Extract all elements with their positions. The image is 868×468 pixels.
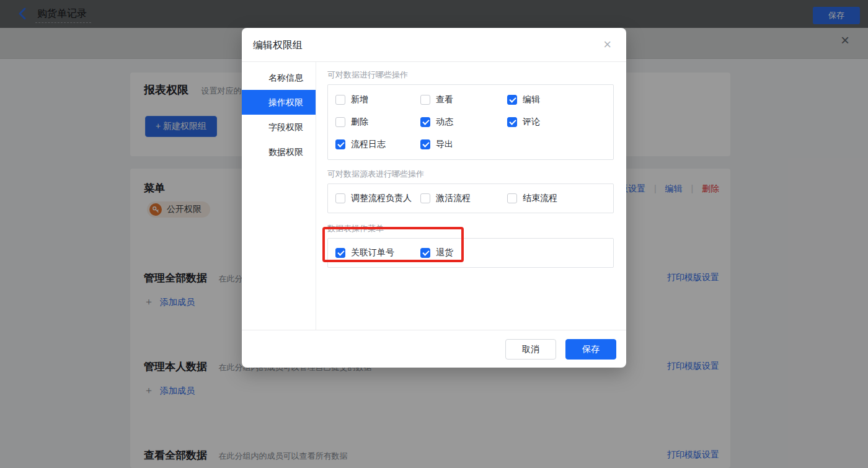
checkbox-activate-flow[interactable]: 激活流程 (420, 190, 507, 206)
data-operations-group: 新增 查看 编辑 删除 动态 评论 流程日志 导出 (327, 84, 614, 160)
datasource-operations-group: 调整流程负责人 激活流程 结束流程 (327, 183, 614, 213)
edit-permission-group-dialog: 编辑权限组 × 名称信息 操作权限 字段权限 数据权限 可对数据进行哪些操作 新… (242, 28, 626, 368)
tab-field-permission[interactable]: 字段权限 (242, 115, 316, 139)
checkbox-label: 关联订单号 (351, 247, 394, 258)
table-menu-group: 关联订单号 退货 (327, 238, 614, 268)
checkbox-box (507, 193, 517, 203)
screen: 购货单记录 保存 × 报表权限 设置对应的「报表」权限 + 新建权限组 菜单 打… (0, 0, 868, 468)
cancel-button[interactable]: 取消 (505, 339, 556, 360)
checkbox-label: 结束流程 (523, 193, 557, 204)
checkbox-box (335, 139, 345, 149)
checkbox-label: 流程日志 (351, 139, 386, 150)
checkbox-label: 退货 (436, 247, 453, 258)
checkbox-label: 编辑 (523, 94, 540, 105)
checkbox-label: 导出 (436, 139, 453, 150)
checkbox-label: 动态 (436, 117, 453, 128)
checkbox-label: 查看 (436, 94, 453, 105)
save-button[interactable]: 保存 (565, 339, 616, 360)
checkbox-box (335, 117, 345, 127)
checkbox-create[interactable]: 新增 (335, 92, 420, 108)
checkbox-box (507, 117, 517, 127)
checkbox-label: 调整流程负责人 (351, 193, 412, 204)
checkbox-export[interactable]: 导出 (420, 136, 507, 152)
dialog-footer: 取消 保存 (242, 330, 626, 367)
dialog-tab-list: 名称信息 操作权限 字段权限 数据权限 (242, 62, 316, 330)
datasource-operations-label: 可对数据源表进行哪些操作 (327, 169, 614, 180)
checkbox-box (335, 248, 345, 258)
checkbox-end-flow[interactable]: 结束流程 (507, 190, 606, 206)
checkbox-box (335, 95, 345, 105)
checkbox-delete[interactable]: 删除 (335, 114, 420, 130)
checkbox-box (507, 95, 517, 105)
checkbox-view[interactable]: 查看 (420, 92, 507, 108)
dialog-close-icon[interactable]: × (603, 37, 611, 53)
checkbox-label: 新增 (351, 94, 368, 105)
checkbox-box (420, 95, 430, 105)
dialog-header: 编辑权限组 × (242, 28, 626, 62)
checkbox-comment[interactable]: 评论 (507, 114, 606, 130)
tab-name-info[interactable]: 名称信息 (242, 65, 316, 90)
table-menu-label: 数据表操作菜单 (327, 223, 614, 234)
checkbox-edit[interactable]: 编辑 (507, 92, 606, 108)
tab-operation-permission[interactable]: 操作权限 (242, 90, 316, 115)
dialog-title: 编辑权限组 (253, 39, 303, 52)
tab-data-permission[interactable]: 数据权限 (242, 139, 316, 164)
checkbox-box (420, 139, 430, 149)
checkbox-flow-log[interactable]: 流程日志 (335, 136, 420, 152)
checkbox-adjust-flow-owner[interactable]: 调整流程负责人 (335, 190, 420, 206)
checkbox-label: 删除 (351, 117, 368, 128)
checkbox-link-order-number[interactable]: 关联订单号 (335, 245, 420, 261)
checkbox-box (335, 193, 345, 203)
checkbox-activity[interactable]: 动态 (420, 114, 507, 130)
checkbox-label: 激活流程 (436, 193, 471, 204)
checkbox-label: 评论 (523, 117, 540, 128)
checkbox-return-goods[interactable]: 退货 (420, 245, 507, 261)
checkbox-box (420, 193, 430, 203)
dialog-content: 可对数据进行哪些操作 新增 查看 编辑 删除 动态 评论 流程日志 导出 可对数… (316, 62, 626, 330)
data-operations-label: 可对数据进行哪些操作 (327, 69, 614, 81)
checkbox-box (420, 248, 430, 258)
checkbox-box (420, 117, 430, 127)
